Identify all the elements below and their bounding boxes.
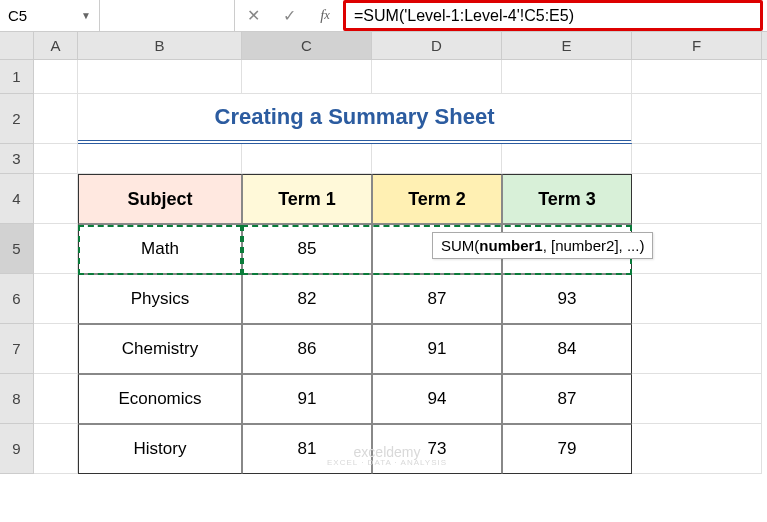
cell-c3[interactable] (242, 144, 372, 174)
cell-t2-4[interactable]: 73 (372, 424, 502, 474)
row-header-4[interactable]: 4 (0, 174, 34, 224)
header-term3[interactable]: Term 3 (502, 174, 632, 224)
row-7: 7 Chemistry 86 91 84 (0, 324, 767, 374)
cell-f3[interactable] (632, 144, 762, 174)
cell-d3[interactable] (372, 144, 502, 174)
row-header-1[interactable]: 1 (0, 60, 34, 94)
row-4: 4 Subject Term 1 Term 2 Term 3 (0, 174, 767, 224)
cell-t1-3[interactable]: 91 (242, 374, 372, 424)
cell-f9[interactable] (632, 424, 762, 474)
row-3: 3 (0, 144, 767, 174)
row-2: 2 Creating a Summary Sheet (0, 94, 767, 144)
cell-t1-1[interactable]: 82 (242, 274, 372, 324)
cell-d1[interactable] (372, 60, 502, 94)
cell-t2-3[interactable]: 94 (372, 374, 502, 424)
cell-a5[interactable] (34, 224, 78, 274)
header-term1[interactable]: Term 1 (242, 174, 372, 224)
column-headers: A B C D E F (0, 32, 767, 60)
cell-f8[interactable] (632, 374, 762, 424)
cell-a8[interactable] (34, 374, 78, 424)
formula-text: =SUM('Level-1:Level-4'!C5:E5) (354, 7, 574, 25)
row-header-5[interactable]: 5 (0, 224, 34, 274)
grid-rows: 1 2 Creating a Summary Sheet 3 4 (0, 60, 767, 474)
col-header-a[interactable]: A (34, 32, 78, 59)
enter-icon[interactable]: ✓ (271, 0, 307, 31)
col-header-e[interactable]: E (502, 32, 632, 59)
cell-f1[interactable] (632, 60, 762, 94)
cell-t2-1[interactable]: 87 (372, 274, 502, 324)
cell-t1-0[interactable]: 85 (242, 224, 372, 274)
row-9: 9 History 81 73 79 (0, 424, 767, 474)
cell-f7[interactable] (632, 324, 762, 374)
cell-a1[interactable] (34, 60, 78, 94)
dropdown-icon[interactable]: ▼ (81, 10, 91, 21)
cell-a9[interactable] (34, 424, 78, 474)
row-header-3[interactable]: 3 (0, 144, 34, 174)
formula-bar-tools: ✕ ✓ fx (235, 0, 343, 31)
cell-b3[interactable] (78, 144, 242, 174)
formula-input[interactable]: =SUM('Level-1:Level-4'!C5:E5) (343, 0, 763, 31)
name-box-value: C5 (8, 7, 27, 24)
cell-t3-3[interactable]: 87 (502, 374, 632, 424)
row-header-6[interactable]: 6 (0, 274, 34, 324)
select-all-corner[interactable] (0, 32, 34, 59)
cell-c1[interactable] (242, 60, 372, 94)
cell-subject-2[interactable]: Chemistry (78, 324, 242, 374)
col-header-f[interactable]: F (632, 32, 762, 59)
row-header-2[interactable]: 2 (0, 94, 34, 144)
cell-t2-2[interactable]: 91 (372, 324, 502, 374)
sheet-title[interactable]: Creating a Summary Sheet (78, 94, 632, 144)
cancel-icon[interactable]: ✕ (235, 0, 271, 31)
cell-f6[interactable] (632, 274, 762, 324)
cell-subject-0[interactable]: Math (78, 224, 242, 274)
cell-b1[interactable] (78, 60, 242, 94)
cell-a2[interactable] (34, 94, 78, 144)
col-header-c[interactable]: C (242, 32, 372, 59)
fx-icon[interactable]: fx (307, 0, 343, 31)
row-8: 8 Economics 91 94 87 (0, 374, 767, 424)
tooltip-func: SUM( (441, 237, 479, 254)
cell-f2[interactable] (632, 94, 762, 144)
tooltip-rest: , [number2], ...) (543, 237, 645, 254)
cell-t1-4[interactable]: 81 (242, 424, 372, 474)
cell-t3-2[interactable]: 84 (502, 324, 632, 374)
formula-bar: C5 ▼ ✕ ✓ fx =SUM('Level-1:Level-4'!C5:E5… (0, 0, 767, 32)
function-tooltip: SUM(number1, [number2], ...) (432, 232, 653, 259)
row-header-8[interactable]: 8 (0, 374, 34, 424)
name-box[interactable]: C5 ▼ (0, 0, 100, 31)
header-subject[interactable]: Subject (78, 174, 242, 224)
header-term2[interactable]: Term 2 (372, 174, 502, 224)
col-header-b[interactable]: B (78, 32, 242, 59)
cell-t1-2[interactable]: 86 (242, 324, 372, 374)
cell-subject-3[interactable]: Economics (78, 374, 242, 424)
cell-a3[interactable] (34, 144, 78, 174)
cell-t3-4[interactable]: 79 (502, 424, 632, 474)
cell-t3-1[interactable]: 93 (502, 274, 632, 324)
spreadsheet-grid: A B C D E F 1 2 Creating a Summary Sheet… (0, 32, 767, 474)
row-6: 6 Physics 82 87 93 (0, 274, 767, 324)
cell-e3[interactable] (502, 144, 632, 174)
formula-bar-spacer (100, 0, 235, 31)
row-header-9[interactable]: 9 (0, 424, 34, 474)
row-1: 1 (0, 60, 767, 94)
row-header-7[interactable]: 7 (0, 324, 34, 374)
cell-subject-4[interactable]: History (78, 424, 242, 474)
cell-e1[interactable] (502, 60, 632, 94)
cell-a7[interactable] (34, 324, 78, 374)
cell-subject-1[interactable]: Physics (78, 274, 242, 324)
cell-a6[interactable] (34, 274, 78, 324)
cell-a4[interactable] (34, 174, 78, 224)
col-header-d[interactable]: D (372, 32, 502, 59)
tooltip-arg1: number1 (479, 237, 542, 254)
cell-f4[interactable] (632, 174, 762, 224)
